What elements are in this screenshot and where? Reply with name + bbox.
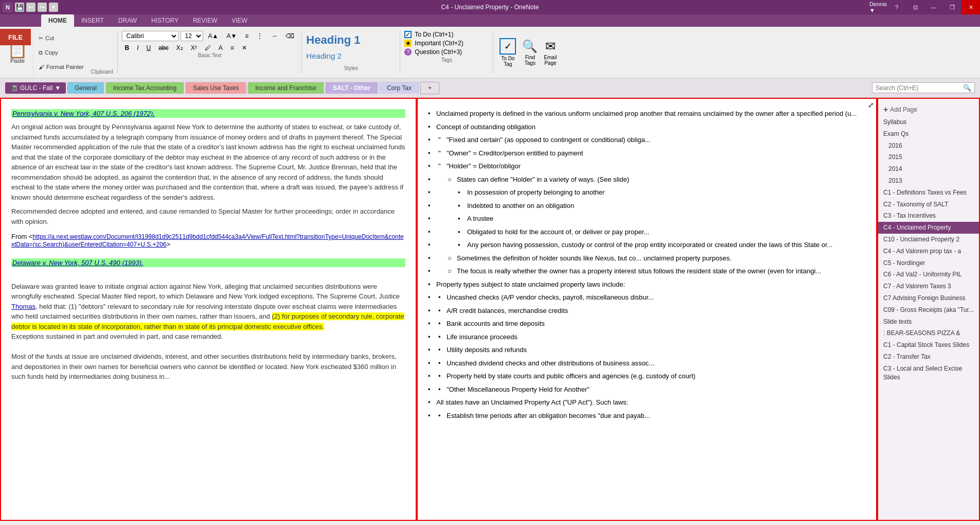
font-color-btn[interactable]: A	[216, 43, 226, 52]
tag-todo[interactable]: ✓ To Do (Ctrl+1)	[404, 31, 489, 38]
tag-question[interactable]: ? Question (Ctrl+3)	[404, 48, 489, 56]
notebook-icon: 📓	[10, 84, 18, 92]
bullets-btn[interactable]: ≡	[242, 31, 252, 41]
copy-button[interactable]: ⧉ Copy	[37, 49, 86, 57]
tab-income-tax[interactable]: Income Tax Accounting	[105, 82, 184, 94]
tab-add[interactable]: +	[420, 82, 439, 94]
case-1-citation[interactable]: Pennsylvania v. New York, 407 U.S. 206 (…	[11, 109, 405, 118]
font-size-select[interactable]: 12	[181, 31, 203, 41]
quick-access-more[interactable]: ▼	[49, 3, 58, 12]
todo-tag-label: To DoTag	[501, 56, 514, 67]
note-item-20: •Property held by state courts and publi…	[426, 370, 868, 383]
sidebar-item-c2-transfer[interactable]: C2 - Transfer Tax	[878, 351, 979, 363]
sidebar-item-2016[interactable]: 2016	[878, 140, 979, 152]
highlight-btn[interactable]: 🖊	[202, 43, 214, 52]
case-1-link[interactable]: https://a.next.westlaw.com/Document/I319…	[11, 233, 404, 248]
tab-salt-other[interactable]: SALT - Other	[325, 82, 378, 94]
tab-sales-use[interactable]: Sales Use Taxes	[185, 82, 246, 94]
tab-review[interactable]: REVIEW	[186, 14, 224, 27]
sidebar-item-c4[interactable]: C4 - Unclaimed Property	[878, 222, 979, 234]
search-input[interactable]	[876, 84, 963, 92]
italic-btn[interactable]: I	[134, 43, 141, 52]
tab-income-franchise[interactable]: Income and Franchise	[247, 82, 324, 94]
tab-view[interactable]: VIEW	[224, 14, 255, 27]
minimize-btn[interactable]: —	[924, 0, 943, 14]
copy-label: Copy	[45, 49, 58, 56]
sidebar-item-c7-advising[interactable]: C7 Advising Foreign Business	[878, 292, 979, 304]
bold-btn[interactable]: B	[122, 43, 133, 52]
todo-label: To Do (Ctrl+1)	[415, 31, 453, 38]
sidebar-item-examqs[interactable]: Exam Qs	[878, 128, 979, 140]
note-item-22: All states have an Unclaimed Property Ac…	[426, 396, 868, 409]
sidebar-item-c1-capital[interactable]: C1 - Capital Stock Taxes Slides	[878, 339, 979, 351]
expand-icon[interactable]: ⤢	[868, 101, 874, 109]
sidebar-item-bear-seasons[interactable]: : BEAR-SEASONS PIZZA &	[878, 327, 979, 339]
superscript-btn[interactable]: X²	[188, 43, 200, 52]
tab-corp-tax[interactable]: Corp Tax	[379, 82, 419, 94]
heading1-style[interactable]: Heading 1	[306, 33, 396, 47]
todo-tag-icon: ✓	[500, 38, 516, 55]
note-item-6: ▪In possession of property belonging to …	[426, 186, 868, 199]
sidebar-item-c6[interactable]: C6 - Ad Val2 - Uniformity PIL	[878, 269, 979, 281]
help-btn[interactable]: ?	[887, 0, 906, 14]
tab-history[interactable]: HISTORY	[144, 14, 186, 27]
case-2-citation[interactable]: Delaware v. New York, 507 U.S. 490 (1993…	[11, 258, 405, 267]
sidebar-item-c10[interactable]: C10 - Unclaimed Property 2	[878, 234, 979, 246]
cut-button[interactable]: ✂ Cut	[37, 34, 86, 42]
tag-important[interactable]: ★ Important (Ctrl+2)	[404, 40, 489, 47]
sidebar-item-2015[interactable]: 2015	[878, 151, 979, 163]
font-family-select[interactable]: Calibri	[122, 31, 179, 41]
numbered-list-btn[interactable]: ⋮	[254, 31, 266, 41]
sidebar-item-slide-texts[interactable]: Slide texts	[878, 316, 979, 328]
note-item-7: ▪Indebted to another on an obligation	[426, 199, 868, 213]
sidebar-item-c3-local[interactable]: C3 - Local and Select Excise Slides	[878, 363, 979, 383]
note-item-10: ▪Any person having possession, custody o…	[426, 238, 868, 252]
todo-tag-button[interactable]: ✓ To DoTag	[500, 38, 516, 67]
sidebar-item-c2[interactable]: C2 - Taxonomy of SALT	[878, 199, 979, 211]
sidebar-item-c09[interactable]: C09 - Gross Receipts (aka "Tur...	[878, 304, 979, 316]
find-tags-button[interactable]: 🔍 FindTags	[522, 39, 538, 66]
sidebar-item-c7-adval3[interactable]: C7 - Ad Valorem Taxes 3	[878, 281, 979, 292]
note-item-16: •Bank accounts and time deposits	[426, 317, 868, 330]
sidebar-item-syllabus[interactable]: Syllabus	[878, 116, 979, 128]
underline-btn[interactable]: U	[144, 43, 154, 52]
note-item-15: •A/R credit balances, merchandise credit…	[426, 304, 868, 318]
sidebar-item-c1[interactable]: C1 - Definitions Taxes vs Fees	[878, 187, 979, 199]
tab-insert[interactable]: INSERT	[74, 14, 111, 27]
email-page-button[interactable]: ✉ EmailPage	[544, 39, 557, 66]
decrease-font-btn[interactable]: A▼	[223, 31, 240, 41]
heading2-style[interactable]: Heading 2	[306, 51, 396, 60]
tab-home[interactable]: HOME	[41, 14, 74, 27]
case-2-text: Delaware was granted leave to initiate o…	[11, 271, 405, 382]
note-item-8: ▪A trustee	[426, 212, 868, 225]
sidebar-item-c3[interactable]: C3 - Tax Incentives	[878, 210, 979, 222]
tab-general[interactable]: General	[67, 82, 104, 94]
clear-all-btn[interactable]: ✕	[239, 43, 250, 52]
file-button[interactable]: FILE	[0, 29, 31, 45]
subscript-btn[interactable]: X₂	[173, 43, 186, 52]
search-icon[interactable]: 🔍	[963, 84, 971, 92]
copy-icon: ⧉	[39, 49, 43, 56]
notebook-selector[interactable]: 📓 GULC - Fall ▼	[5, 82, 66, 94]
add-page-button[interactable]: + Add Page	[878, 103, 979, 116]
indent-btn[interactable]: →	[268, 31, 280, 41]
ribbon-toggle-btn[interactable]: ⊡	[906, 0, 924, 14]
strikethrough-btn[interactable]: abc	[155, 43, 171, 52]
tab-draw[interactable]: DRAW	[111, 14, 144, 27]
sidebar-item-c4-adval[interactable]: C4 - Ad Valorem prop tax - a	[878, 246, 979, 257]
clear-format-btn[interactable]: ⌫	[282, 31, 297, 41]
search-box[interactable]: 🔍	[872, 82, 975, 93]
close-btn[interactable]: ✕	[961, 0, 980, 14]
quick-access-save[interactable]: 💾	[15, 3, 24, 12]
maximize-btn[interactable]: ❐	[943, 0, 961, 14]
align-left-btn[interactable]: ≡	[227, 43, 237, 52]
quick-access-redo[interactable]: ↪	[38, 3, 47, 12]
sidebar-item-2013[interactable]: 2013	[878, 175, 979, 187]
sidebar-item-c5[interactable]: C5 - Nordlinger	[878, 257, 979, 269]
format-painter-button[interactable]: 🖌 Format Painter	[37, 63, 86, 71]
sidebar-item-2014[interactable]: 2014	[878, 163, 979, 175]
quick-access-undo[interactable]: ↩	[26, 3, 35, 12]
thomas-link[interactable]: Thomas	[11, 303, 35, 310]
email-page-label: EmailPage	[544, 55, 557, 66]
increase-font-btn[interactable]: A▲	[205, 31, 222, 41]
